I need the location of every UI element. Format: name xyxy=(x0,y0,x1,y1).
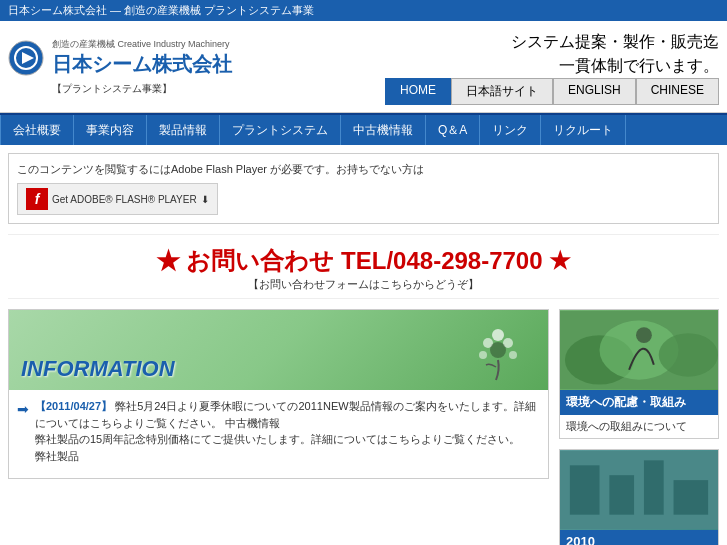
flash-badge[interactable]: f Get ADOBE® FLASH® PLAYER ⬇ xyxy=(17,183,218,215)
new-products-image xyxy=(560,450,718,530)
flash-notice-text: このコンテンツを閲覧するにはAdobe Flash Player が必要です。お… xyxy=(17,162,710,177)
svg-rect-17 xyxy=(644,460,664,514)
nav-item-link[interactable]: リンク xyxy=(480,115,541,145)
logo-text-block: 創造の産業機械 Creative Industry Machinery 日本シー… xyxy=(52,38,232,78)
nav-item-business[interactable]: 事業内容 xyxy=(74,115,147,145)
logo-top: 創造の産業機械 Creative Industry Machinery 日本シー… xyxy=(8,38,385,78)
lang-nav: HOME 日本語サイト ENGLISH CHINESE xyxy=(385,78,719,105)
new-products-year: 2010 xyxy=(566,534,712,545)
header: 創造の産業機械 Creative Industry Machinery 日本シー… xyxy=(0,21,727,113)
left-column: INFORMATION ➡ 【2011/04/27】 弊社5月24日より夏季休暇… xyxy=(8,309,549,545)
env-box: 環境への配慮・取組み 環境への取組みについて xyxy=(559,309,719,439)
new-products-box: 2010 New Products xyxy=(559,449,719,545)
logo-icon xyxy=(8,40,44,76)
logo-small-text: 創造の産業機械 Creative Industry Machinery xyxy=(52,38,232,51)
lang-en-btn[interactable]: ENGLISH xyxy=(553,78,636,105)
contact-label: お問い合わせ TEL/048-298-7700 xyxy=(186,247,549,274)
contact-star-right: ★ xyxy=(549,247,571,274)
header-tagline: システム提案・製作・販売迄 一貫体制で行います。 xyxy=(511,26,719,78)
nav-item-products[interactable]: 製品情報 xyxy=(147,115,220,145)
nav-item-qa[interactable]: Q＆A xyxy=(426,115,480,145)
lang-cn-btn[interactable]: CHINESE xyxy=(636,78,719,105)
tagline-line1: システム提案・製作・販売迄 xyxy=(511,33,719,50)
nav-item-plant[interactable]: プラントシステム xyxy=(220,115,341,145)
contact-section: ★ お問い合わせ TEL/048-298-7700 ★ 【お問い合わせフォームは… xyxy=(8,234,719,299)
top-bar: 日本シーム株式会社 — 創造の産業機械 プラントシステム事業 xyxy=(0,0,727,21)
header-right: システム提案・製作・販売迄 一貫体制で行います。 HOME 日本語サイト ENG… xyxy=(385,26,719,107)
info-section-title: INFORMATION xyxy=(21,356,175,382)
info-arrow-icon: ➡ xyxy=(17,399,29,464)
nav-item-used[interactable]: 中古機情報 xyxy=(341,115,426,145)
contact-sub[interactable]: 【お問い合わせフォームはこちらからどうぞ】 xyxy=(8,277,719,292)
svg-point-12 xyxy=(659,333,718,376)
info-text-3: 弊社製品 xyxy=(35,450,79,462)
svg-point-7 xyxy=(509,351,517,359)
flash-icon: f xyxy=(26,188,48,210)
svg-point-3 xyxy=(492,329,504,341)
nav-item-company[interactable]: 会社概要 xyxy=(0,115,74,145)
env-sub: 環境への取組みについて xyxy=(560,415,718,438)
svg-rect-15 xyxy=(570,465,600,514)
logo-area: 創造の産業機械 Creative Industry Machinery 日本シー… xyxy=(8,26,385,107)
tagline-line2: 一貫体制で行います。 xyxy=(559,57,719,74)
svg-rect-18 xyxy=(674,480,709,515)
info-content: ➡ 【2011/04/27】 弊社5月24日より夏季休暇についての2011NEW… xyxy=(9,390,548,478)
svg-rect-16 xyxy=(609,475,634,515)
env-label: 環境への配慮・取組み xyxy=(560,390,718,415)
flash-download-icon: ⬇ xyxy=(201,194,209,205)
info-item-text: 【2011/04/27】 弊社5月24日より夏季休暇についての2011NEW製品… xyxy=(35,398,540,464)
content-area: このコンテンツを閲覧するにはAdobe Flash Player が必要です。お… xyxy=(0,145,727,545)
info-item: ➡ 【2011/04/27】 弊社5月24日より夏季休暇についての2011NEW… xyxy=(17,398,540,464)
flash-icon-letter: f xyxy=(35,191,40,207)
nav-item-recruit[interactable]: リクルート xyxy=(541,115,626,145)
info-date: 【2011/04/27】 xyxy=(35,400,112,412)
flash-badge-text: Get ADOBE® FLASH® PLAYER xyxy=(52,194,197,205)
new-products-header: 2010 New Products xyxy=(560,530,718,545)
main-columns: INFORMATION ➡ 【2011/04/27】 弊社5月24日より夏季休暇… xyxy=(8,309,719,545)
contact-tel: ★ お問い合わせ TEL/048-298-7700 ★ xyxy=(8,245,719,277)
right-column: 環境への配慮・取組み 環境への取組みについて 2010 New Prod xyxy=(559,309,719,545)
lang-jp-btn[interactable]: 日本語サイト xyxy=(451,78,553,105)
company-name: 日本シーム株式会社 xyxy=(52,51,232,78)
logo-subtitle: 【プラントシステム事業】 xyxy=(52,82,385,96)
info-box: INFORMATION ➡ 【2011/04/27】 弊社5月24日より夏季休暇… xyxy=(8,309,549,479)
lang-home-btn[interactable]: HOME xyxy=(385,78,451,105)
main-nav: 会社概要 事業内容 製品情報 プラントシステム 中古機情報 Q＆A リンク リク… xyxy=(0,113,727,145)
info-text-2: 弊社製品の15周年記念特別価格にてご提供いたします。詳細についてはこちらよりご覧… xyxy=(35,433,520,445)
env-image xyxy=(560,310,718,390)
svg-point-13 xyxy=(636,327,652,343)
contact-star-left: ★ xyxy=(156,247,180,274)
flash-notice: このコンテンツを閲覧するにはAdobe Flash Player が必要です。お… xyxy=(8,153,719,224)
info-header: INFORMATION xyxy=(9,310,548,390)
svg-point-6 xyxy=(479,351,487,359)
top-bar-text: 日本シーム株式会社 — 創造の産業機械 プラントシステム事業 xyxy=(8,4,314,16)
svg-point-8 xyxy=(490,342,506,358)
info-decoration-flower xyxy=(468,315,528,385)
